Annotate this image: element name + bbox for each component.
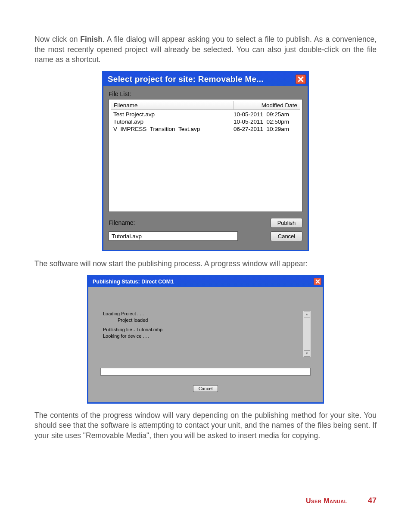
close-button[interactable] xyxy=(296,75,306,84)
cancel-button[interactable]: Cancel xyxy=(193,385,218,392)
status-line: Loading Project . . . xyxy=(103,311,300,316)
filename-input[interactable] xyxy=(109,231,238,241)
dialog-body: File List: Filename Modified Date Test P… xyxy=(103,86,308,250)
publishing-status-dialog: Publishing Status: Direct COM1 ▴ ▾ Loadi… xyxy=(87,275,324,404)
publish-button[interactable]: Publish xyxy=(271,218,302,228)
status-line: Project loaded xyxy=(103,317,300,323)
status-line: Publishing file - Tutorial.mbp xyxy=(103,327,300,332)
list-rows: Test Project.avp 10-05-2011 09:25am Tuto… xyxy=(111,111,300,133)
dialog-bottom: Filename: Publish Cancel xyxy=(109,218,302,241)
page-number: 47 xyxy=(368,496,377,505)
para1-text-a: Now click on xyxy=(34,35,80,44)
cancel-button[interactable]: Cancel xyxy=(271,231,302,241)
row-modified: 10-05-2011 09:25am xyxy=(231,111,298,118)
list-headers: Filename Modified Date xyxy=(111,101,300,110)
status-message-box: ▴ ▾ Loading Project . . . Project loaded… xyxy=(100,311,311,357)
close-icon xyxy=(298,76,304,82)
row-filename: V_IMPRESS_Transition_Test.avp xyxy=(113,126,231,132)
list-item[interactable]: V_IMPRESS_Transition_Test.avp 06-27-2011… xyxy=(111,125,300,133)
row-modified: 06-27-2011 10:29am xyxy=(231,126,298,132)
dialog2-body: ▴ ▾ Loading Project . . . Project loaded… xyxy=(88,287,323,402)
row-modified: 10-05-2011 02:50pm xyxy=(231,118,298,125)
header-modified[interactable]: Modified Date xyxy=(234,101,300,110)
file-list-box[interactable]: Filename Modified Date Test Project.avp … xyxy=(109,99,302,212)
dialog-titlebar: Select project for site: Removable Me... xyxy=(103,72,308,86)
row-filename: Test Project.avp xyxy=(113,111,231,118)
select-project-dialog: Select project for site: Removable Me...… xyxy=(102,71,309,251)
dialog2-titlebar: Publishing Status: Direct COM1 xyxy=(88,277,323,287)
status-line: Looking for device . . . xyxy=(103,333,300,339)
list-item[interactable]: Test Project.avp 10-05-2011 09:25am xyxy=(111,111,300,118)
progress-bar xyxy=(100,368,311,376)
footer-label: User Manual xyxy=(306,497,347,505)
paragraph-progress-intro: The software will now start the publishi… xyxy=(34,259,377,269)
dialog-title-text: Select project for site: Removable Me... xyxy=(108,75,264,84)
paragraph-intro: Now click on Finish. A file dialog will … xyxy=(34,34,377,65)
paragraph-progress-desc: The contents of the progress window will… xyxy=(34,411,377,441)
close-button[interactable] xyxy=(314,278,321,285)
file-list-label: File List: xyxy=(109,90,302,97)
scroll-up-button[interactable]: ▴ xyxy=(304,311,310,317)
dialog2-title-text: Publishing Status: Direct COM1 xyxy=(93,279,174,285)
close-icon xyxy=(315,279,320,284)
finish-word: Finish xyxy=(80,35,103,44)
scroll-down-button[interactable]: ▾ xyxy=(304,350,310,357)
header-filename[interactable]: Filename xyxy=(111,101,234,110)
row-filename: Tutorial.avp xyxy=(113,118,231,125)
filename-label: Filename: xyxy=(109,219,135,226)
page-footer: User Manual 47 xyxy=(34,496,377,505)
list-item[interactable]: Tutorial.avp 10-05-2011 02:50pm xyxy=(111,118,300,125)
